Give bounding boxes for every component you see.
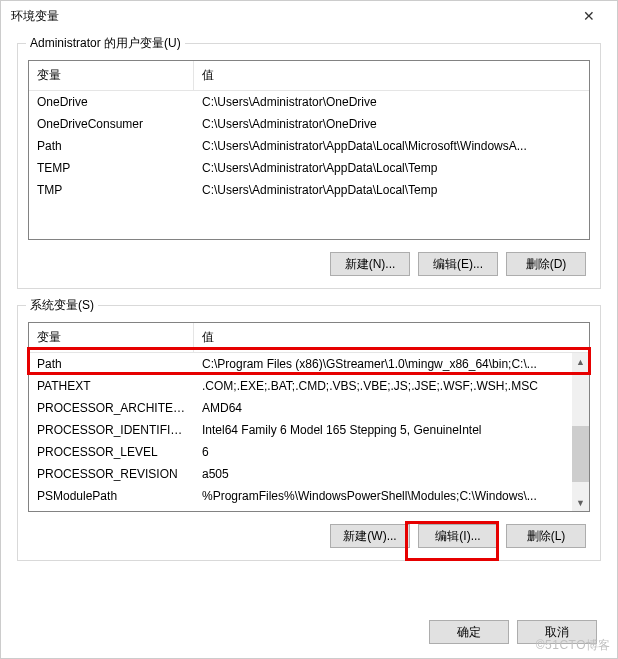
scroll-down-icon[interactable]: ▼ bbox=[572, 494, 589, 511]
system-buttons: 新建(W)... 编辑(I)... 删除(L) bbox=[28, 524, 590, 548]
table-row[interactable]: TEMPC:\Users\Administrator\AppData\Local… bbox=[29, 157, 589, 179]
system-table-body: PathC:\Program Files (x86)\GStreamer\1.0… bbox=[29, 353, 589, 511]
user-edit-button[interactable]: 编辑(E)... bbox=[418, 252, 498, 276]
table-row[interactable]: PATHEXT.COM;.EXE;.BAT;.CMD;.VBS;.VBE;.JS… bbox=[29, 375, 572, 397]
user-variables-table[interactable]: 变量 值 OneDriveC:\Users\Administrator\OneD… bbox=[28, 60, 590, 240]
watermark-text: ©51CTO博客 bbox=[536, 637, 611, 654]
table-row[interactable]: TMPC:\Users\Administrator\AppData\Local\… bbox=[29, 179, 589, 201]
user-buttons: 新建(N)... 编辑(E)... 删除(D) bbox=[28, 252, 590, 276]
user-group-legend: Administrator 的用户变量(U) bbox=[26, 35, 185, 52]
col-variable[interactable]: 变量 bbox=[29, 323, 194, 352]
table-row[interactable]: OneDriveC:\Users\Administrator\OneDrive bbox=[29, 91, 589, 113]
table-row[interactable]: PSModulePath%ProgramFiles%\WindowsPowerS… bbox=[29, 485, 572, 507]
system-variables-group: 系统变量(S) 变量 值 PathC:\Program Files (x86)\… bbox=[17, 305, 601, 561]
table-row[interactable]: PathC:\Program Files (x86)\GStreamer\1.0… bbox=[29, 353, 572, 375]
table-row[interactable]: OneDriveConsumerC:\Users\Administrator\O… bbox=[29, 113, 589, 135]
close-icon[interactable]: ✕ bbox=[569, 8, 609, 24]
table-row[interactable]: PROCESSOR_LEVEL6 bbox=[29, 441, 572, 463]
scroll-up-icon[interactable]: ▲ bbox=[572, 353, 589, 370]
system-edit-button[interactable]: 编辑(I)... bbox=[418, 524, 498, 548]
scroll-thumb[interactable] bbox=[572, 426, 589, 482]
dialog-footer: 确定 取消 bbox=[1, 610, 617, 658]
vertical-scrollbar[interactable]: ▲ ▼ bbox=[572, 353, 589, 511]
ok-button[interactable]: 确定 bbox=[429, 620, 509, 644]
user-table-body: OneDriveC:\Users\Administrator\OneDrive … bbox=[29, 91, 589, 239]
system-group-legend: 系统变量(S) bbox=[26, 297, 98, 314]
user-table-header: 变量 值 bbox=[29, 61, 589, 91]
col-value[interactable]: 值 bbox=[194, 323, 589, 352]
user-variables-group: Administrator 的用户变量(U) 变量 值 OneDriveC:\U… bbox=[17, 43, 601, 289]
titlebar: 环境变量 ✕ bbox=[1, 1, 617, 31]
user-new-button[interactable]: 新建(N)... bbox=[330, 252, 410, 276]
system-delete-button[interactable]: 删除(L) bbox=[506, 524, 586, 548]
dialog-content: Administrator 的用户变量(U) 变量 值 OneDriveC:\U… bbox=[1, 31, 617, 610]
system-variables-table[interactable]: 变量 值 PathC:\Program Files (x86)\GStreame… bbox=[28, 322, 590, 512]
system-table-header: 变量 值 bbox=[29, 323, 589, 353]
scroll-track[interactable] bbox=[572, 370, 589, 494]
env-vars-dialog: 环境变量 ✕ Administrator 的用户变量(U) 变量 值 OneDr… bbox=[0, 0, 618, 659]
table-row[interactable]: PROCESSOR_REVISIONa505 bbox=[29, 463, 572, 485]
system-new-button[interactable]: 新建(W)... bbox=[330, 524, 410, 548]
dialog-title: 环境变量 bbox=[11, 8, 569, 25]
table-row[interactable]: PROCESSOR_IDENTIFIERIntel64 Family 6 Mod… bbox=[29, 419, 572, 441]
col-variable[interactable]: 变量 bbox=[29, 61, 194, 90]
user-delete-button[interactable]: 删除(D) bbox=[506, 252, 586, 276]
table-row[interactable]: PROCESSOR_ARCHITECT...AMD64 bbox=[29, 397, 572, 419]
col-value[interactable]: 值 bbox=[194, 61, 589, 90]
table-row[interactable]: PathC:\Users\Administrator\AppData\Local… bbox=[29, 135, 589, 157]
